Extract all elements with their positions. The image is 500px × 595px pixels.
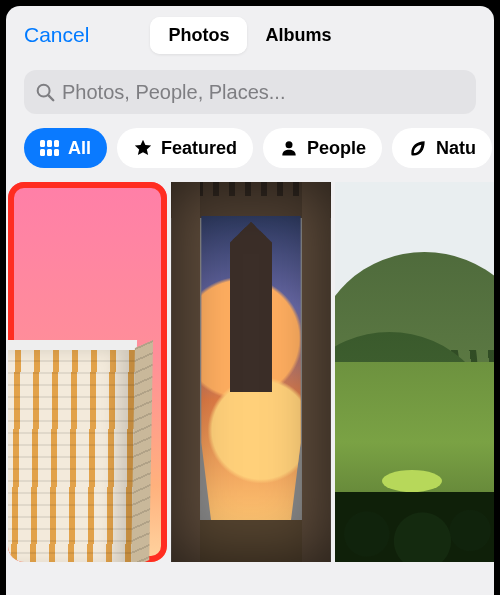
filter-label: Natu — [436, 138, 476, 159]
tab-photos[interactable]: Photos — [150, 17, 247, 54]
leaf-icon — [408, 138, 428, 158]
svg-rect-6 — [47, 149, 52, 156]
star-icon — [133, 138, 153, 158]
search-container — [6, 64, 494, 128]
filter-label: All — [68, 138, 91, 159]
svg-line-1 — [48, 95, 53, 100]
svg-rect-4 — [54, 140, 59, 147]
cancel-button[interactable]: Cancel — [24, 6, 89, 64]
filter-chip-people[interactable]: People — [263, 128, 382, 168]
photo-content — [8, 348, 137, 562]
svg-rect-5 — [40, 149, 45, 156]
svg-point-8 — [286, 141, 293, 148]
filter-chip-featured[interactable]: Featured — [117, 128, 253, 168]
filter-chip-all[interactable]: All — [24, 128, 107, 168]
filter-label: Featured — [161, 138, 237, 159]
nav-bar: Cancel Photos Albums — [6, 6, 494, 64]
photo-picker-sheet: Cancel Photos Albums All — [6, 6, 494, 595]
photo-thumbnail[interactable] — [8, 182, 167, 562]
person-icon — [279, 138, 299, 158]
svg-rect-3 — [47, 140, 52, 147]
search-field[interactable] — [24, 70, 476, 114]
search-input[interactable] — [62, 81, 466, 104]
photo-thumbnail[interactable] — [171, 182, 330, 562]
view-segmented-control: Photos — [150, 17, 247, 54]
photo-thumbnail[interactable] — [335, 182, 494, 562]
filter-chips: All Featured People Natu — [6, 128, 494, 182]
svg-rect-2 — [40, 140, 45, 147]
grid-icon — [40, 140, 60, 156]
filter-chip-nature[interactable]: Natu — [392, 128, 492, 168]
filter-label: People — [307, 138, 366, 159]
photo-grid — [6, 182, 494, 562]
svg-rect-7 — [54, 149, 59, 156]
search-icon — [34, 81, 56, 103]
tab-albums[interactable]: Albums — [247, 17, 349, 54]
